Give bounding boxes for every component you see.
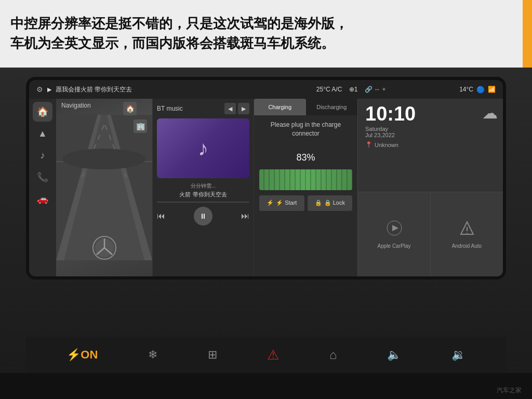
charge-lock-button[interactable]: 🔒 🔒 Lock — [308, 195, 353, 211]
status-left: ⚙ ▶ 愿我会撞火箭 带你到天空去 — [36, 85, 243, 94]
status-center: 25°C A/C ⊕1 🔗 ↔ + — [248, 86, 454, 93]
status-icons-mid: 🔗 ↔ + — [365, 86, 386, 93]
android-auto-icon — [459, 220, 475, 240]
grid-icon: ⊞ — [208, 348, 217, 362]
nav-building-button[interactable]: 🏢 — [134, 119, 147, 133]
music-prev-btn[interactable]: ◀ — [224, 103, 236, 114]
hazard-icon: ⚠ — [267, 347, 279, 363]
charge-lock-icon: 🔒 — [315, 200, 322, 206]
charge-start-button[interactable]: ⚡ ⚡ Start — [259, 195, 304, 211]
nav-title: Navigation — [61, 102, 91, 109]
hw-button-hazard[interactable]: ⚠ — [267, 347, 279, 363]
connect-section: Apple CarPlay Android Auto — [358, 192, 503, 277]
charge-lock-label: 🔒 Lock — [324, 200, 345, 206]
charge-percent-unit: % — [307, 152, 315, 163]
charge-bar — [259, 169, 352, 190]
song-subtitle: 分分钟需... — [157, 182, 249, 190]
hw-button-home[interactable]: ⌂ — [329, 348, 337, 362]
status-fan: ⊕1 — [349, 86, 358, 93]
weather-icon: ☁ — [482, 104, 498, 122]
android-auto-button[interactable]: Android Auto — [431, 192, 503, 277]
music-note-icon: ♪ — [198, 137, 208, 160]
annotation-text: 中控屏分辨率还是挺不错的，只是这次试驾的是海外版， 车机为全英文显示，而国内版将… — [10, 14, 348, 53]
music-nav-buttons: ◀ ▶ — [224, 103, 249, 114]
location-pin-icon: 📍 — [365, 141, 373, 148]
sidebar-item-phone[interactable]: 📞 — [33, 167, 52, 187]
hardware-buttons-bar: ⚡ON ❄ ⊞ ⚠ ⌂ 🔈 🔉 — [26, 337, 506, 373]
song-title: 火箭 带你到天空去 — [157, 191, 249, 198]
hw-button-vol-down[interactable]: 🔈 — [387, 348, 401, 362]
music-panel: BT music ◀ ▶ ♪ 分分钟需... 火箭 带你到天空去 ⏮ ⏸ — [152, 99, 254, 276]
song-info: 分分钟需... 火箭 带你到天空去 — [157, 182, 249, 198]
navigation-panel: Navigation — [56, 99, 152, 276]
music-prev-control[interactable]: ⏮ — [157, 211, 165, 221]
sidebar-item-navigation[interactable]: ▲ — [33, 124, 52, 143]
music-controls: ⏮ ⏸ ⏭ — [157, 207, 249, 225]
hw-button-power[interactable]: ⚡ON — [66, 348, 98, 362]
music-play-button[interactable]: ⏸ — [194, 207, 212, 225]
hw-button-grid[interactable]: ⊞ — [208, 348, 217, 362]
charging-content: Please plug in the charge connector 83% … — [254, 115, 357, 276]
clock-date: Jul 23,2022 — [365, 132, 496, 138]
music-next-btn[interactable]: ▶ — [238, 103, 249, 114]
info-panel: 10:10 Saturday Jul 23,2022 📍 Unknown ☁ — [357, 99, 503, 276]
hw-button-defrost[interactable]: ❄ — [148, 348, 157, 362]
charge-percent-value: 83 — [296, 152, 307, 163]
charging-panel: Charging Discharging Please plug in the … — [254, 99, 357, 276]
status-song: 愿我会撞火箭 带你到天空去 — [56, 85, 132, 94]
signal-icon: 📶 — [488, 86, 496, 93]
nav-home-button[interactable]: 🏠 — [123, 102, 137, 115]
android-auto-label: Android Auto — [452, 243, 482, 249]
left-sidebar: 🏠 ▲ ♪ 📞 🚗 — [29, 99, 56, 276]
charge-actions: ⚡ ⚡ Start 🔒 🔒 Lock — [259, 195, 352, 211]
svg-marker-13 — [392, 225, 398, 231]
charge-lightning-icon: ⚡ — [267, 200, 274, 206]
screen-bezel: ⚙ ▶ 愿我会撞火箭 带你到天空去 25°C A/C ⊕1 🔗 ↔ + 14°C… — [26, 77, 506, 280]
volume-up-icon: 🔉 — [451, 348, 466, 362]
bottom-strip — [0, 373, 532, 399]
music-header: BT music ◀ ▶ — [157, 103, 249, 114]
tab-charging[interactable]: Charging — [254, 99, 306, 115]
nav-logo — [91, 235, 117, 261]
svg-point-6 — [62, 149, 145, 169]
charge-message: Please plug in the charge connector — [259, 121, 352, 138]
content-area: 🏠 ▲ ♪ 📞 🚗 Navigation — [29, 99, 503, 276]
charge-percent: 83% — [296, 143, 315, 165]
location-text: Unknown — [375, 142, 398, 148]
nav-map: 🏠 🏢 — [56, 99, 152, 276]
charging-tabs: Charging Discharging — [254, 99, 357, 115]
bluetooth-icon: 🔵 — [476, 86, 485, 94]
status-right: 14°C 🔵 📶 — [459, 86, 496, 94]
album-art: ♪ — [157, 118, 249, 178]
clock-day: Saturday — [365, 126, 496, 132]
status-temp: 25°C A/C — [316, 86, 342, 93]
clock-time: 10:10 — [365, 104, 496, 124]
hw-button-vol-up[interactable]: 🔉 — [451, 348, 466, 362]
svg-point-16 — [467, 233, 468, 234]
sidebar-item-car[interactable]: 🚗 — [33, 189, 52, 209]
charge-bar-wave — [259, 169, 352, 190]
sidebar-item-home[interactable]: 🏠 — [33, 102, 52, 122]
volume-down-icon: 🔈 — [387, 348, 401, 362]
status-bar: ⚙ ▶ 愿我会撞火箭 带你到天空去 25°C A/C ⊕1 🔗 ↔ + 14°C… — [29, 80, 503, 99]
location-row: 📍 Unknown — [365, 141, 496, 148]
annotation-bar: 中控屏分辨率还是挺不错的，只是这次试驾的是海外版， 车机为全英文显示，而国内版将… — [0, 0, 532, 68]
apple-carplay-button[interactable]: Apple CarPlay — [358, 192, 431, 277]
watermark: 汽车之家 — [497, 386, 522, 395]
apple-carplay-label: Apple CarPlay — [378, 243, 411, 249]
status-temp-right: 14°C — [459, 86, 473, 93]
defrost-icon: ❄ — [148, 348, 157, 362]
sidebar-item-music[interactable]: ♪ — [33, 145, 52, 165]
play-icon: ▶ — [47, 86, 51, 93]
music-next-control[interactable]: ⏭ — [241, 211, 249, 221]
charge-start-label: ⚡ Start — [276, 200, 297, 206]
power-icon: ⚡ON — [66, 348, 98, 362]
main-screen: ⚙ ▶ 愿我会撞火箭 带你到天空去 25°C A/C ⊕1 🔗 ↔ + 14°C… — [29, 80, 503, 276]
tab-discharging[interactable]: Discharging — [306, 99, 358, 115]
music-progress-bar — [157, 202, 249, 203]
music-source: BT music — [157, 105, 183, 112]
clock-section: 10:10 Saturday Jul 23,2022 📍 Unknown ☁ — [358, 99, 503, 192]
eq-icon: ⚙ — [36, 85, 43, 94]
home-hw-icon: ⌂ — [329, 348, 337, 362]
carplay-icon — [386, 220, 403, 240]
